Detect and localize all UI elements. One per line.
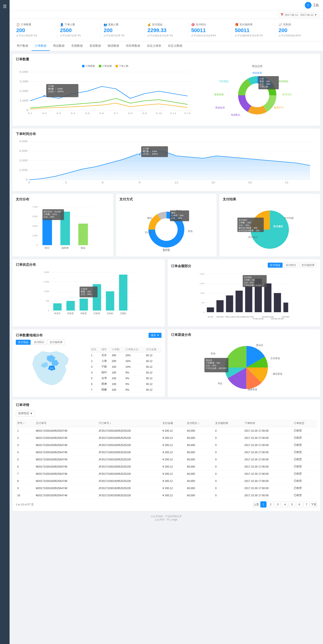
stat-item-1: 👤 下单人数 2500 占平台用户比率 4% [57, 22, 101, 38]
region-table-row: 7西藏1009%30.12 [90, 387, 162, 392]
table-cell: 已收货 [292, 434, 317, 442]
region-table-cell: 30.12 [144, 376, 161, 381]
region-table-cell: 100 [110, 376, 124, 381]
table-cell: 0 [214, 434, 243, 442]
svg-text:支付成功: 支付成功 [239, 219, 247, 221]
tab-7[interactable]: 自定义报表 [144, 42, 165, 51]
region-table-cell: 9% [124, 376, 144, 381]
stat-icon-3: 💰 [147, 23, 151, 26]
table-cell: 60,000 [185, 456, 214, 463]
svg-text:现金: 现金 [81, 246, 85, 249]
filter-select[interactable]: 选择指定 ▼ [16, 410, 35, 416]
region-table-cell: 16% [124, 358, 144, 364]
tab-1[interactable]: 订单数据 [31, 42, 50, 51]
tab-cash[interactable]: 支付现金 [268, 263, 283, 268]
region-table-row: 4纽约1009%30.12 [90, 370, 162, 376]
table-cell: 6 [16, 463, 34, 470]
tab-0[interactable]: 用户数据 [13, 42, 31, 51]
stat-sub-3: 占平台现金支付比率 4% [147, 34, 185, 37]
table-cell: 2017.10.30 17:00:00 [243, 477, 292, 484]
table-cell: 1 [16, 427, 34, 434]
svg-text:数量：200: 数量：200 [81, 290, 91, 293]
svg-text:9.11: 9.11 [170, 112, 176, 114]
pay-dist-card: 支付分布 7,000 5,000 3,000 1,000 0 [12, 194, 113, 256]
svg-text:其他: 其他 [211, 352, 215, 355]
order-status-row: 订单状态分布 3,000 2,250 1,500 750 0 [12, 259, 320, 326]
stat-icon-5: 🎁 [235, 23, 239, 26]
svg-point-22 [43, 95, 45, 97]
col-rank: 排名 [90, 347, 100, 352]
page-7-btn[interactable]: 7 [303, 501, 310, 508]
page-3-btn[interactable]: 3 [275, 501, 281, 508]
stat-sub-0: 占平台订单比率 4% [16, 34, 54, 37]
region-table-row: 2上海20016%30.12 [90, 358, 162, 364]
svg-text:9.3: 9.3 [56, 112, 61, 114]
table-cell: M20171030182852564748 [34, 449, 97, 456]
svg-text:750: 750 [201, 302, 205, 304]
svg-text:支付成功: 支付成功 [273, 225, 283, 228]
region-tab-coupon[interactable]: 支付福利券 [47, 340, 65, 345]
avatar: 工 [305, 2, 312, 8]
stat-label-6: 📈 毛利润 [279, 23, 316, 26]
svg-point-60 [138, 154, 141, 156]
city-tab[interactable]: 城市 ▼ [149, 333, 161, 338]
next-page-btn[interactable]: 下页 [311, 501, 317, 508]
region-table-cell: 9% [124, 381, 144, 387]
filter-row: 选择指定 ▼ [16, 410, 317, 416]
svg-text:18: 18 [248, 181, 252, 184]
table-cell: 已收货 [292, 492, 317, 499]
watermark: 公众号名称：产品经理的法术 公众号ID：PV_magic [12, 514, 320, 522]
tab-8[interactable]: 自定义数据 [165, 42, 186, 51]
page-2-btn[interactable]: 2 [268, 501, 274, 508]
col-city: 城市 [100, 347, 110, 352]
tab-6[interactable]: 供应商数据 [122, 42, 144, 51]
region-tab-cash[interactable]: 支付现金 [16, 340, 31, 345]
tab-points[interactable]: 支付积分 [284, 263, 298, 268]
table-cell: 3 [16, 442, 34, 449]
table-cell: ¥ 200.12 [161, 484, 185, 492]
svg-text:1,000: 1,000 [19, 169, 27, 172]
table-cell: JF20171030182852525228 [97, 427, 161, 434]
menu-icon[interactable]: ☰ [3, 4, 7, 9]
region-table-cell: 30.12 [144, 358, 161, 364]
tab-coupon[interactable]: 支付福利券 [299, 263, 317, 268]
svg-text:普品店: 普品店 [256, 344, 263, 346]
table-cell: 0 [214, 477, 243, 484]
svg-text:订单数量：200: 订单数量：200 [206, 362, 220, 364]
svg-text:3,000: 3,000 [19, 150, 27, 152]
tab-5[interactable]: 物流数据 [104, 42, 122, 51]
svg-text:占比：28%: 占比：28% [171, 217, 182, 219]
pay-result-title: 支付结果 [223, 197, 317, 202]
svg-text:下单人数: 下单人数 [260, 86, 268, 88]
svg-text:教育学习: 教育学习 [274, 106, 284, 109]
col-amount: 支付金额 [144, 347, 161, 352]
svg-text:9: 9 [139, 181, 140, 184]
user-name: 工队 [313, 3, 319, 8]
prev-page-btn[interactable]: 上页 [253, 501, 259, 508]
table-cell: ¥ 200.12 [161, 427, 185, 434]
svg-marker-59 [29, 150, 310, 180]
date-picker[interactable]: 📅 2017.06.12 - 2017.06.12 ▼ [278, 12, 319, 17]
svg-text:订单数：280: 订单数：280 [244, 279, 255, 281]
table-cell: ¥ 200.12 [161, 470, 185, 477]
page-6-btn[interactable]: 6 [296, 501, 303, 508]
content-area: 订单数量 订单数量 订单金额 下单人数 [9, 51, 323, 525]
region-table-cell: 30.12 [144, 364, 161, 370]
svg-text:¥0-100: ¥0-100 [208, 316, 213, 318]
tab-2[interactable]: 商品数据 [50, 42, 68, 51]
table-cell: ¥ 200.12 [161, 492, 185, 499]
date-bar: 📅 2017.06.12 - 2017.06.12 ▼ [9, 11, 323, 19]
date-range-text: 2017.06.12 - 2017.06.12 [285, 14, 314, 16]
table-cell: 0 [214, 484, 243, 492]
svg-text:微信支付数量：399: 微信支付数量：399 [239, 227, 258, 229]
page-5-btn[interactable]: 5 [289, 501, 295, 508]
page-4-btn[interactable]: 4 [282, 501, 288, 508]
table-cell: 60,000 [185, 463, 214, 470]
col-orders: 订单数 [110, 347, 124, 352]
page-1-btn[interactable]: 1 [260, 501, 267, 508]
region-tab-points[interactable]: 支付积分 [31, 340, 46, 345]
tab-3[interactable]: 页面数据 [68, 42, 86, 51]
region-table-cell: 100 [110, 387, 124, 392]
svg-text:9.7: 9.7 [114, 112, 118, 114]
tab-4[interactable]: 渠道数据 [86, 42, 104, 51]
